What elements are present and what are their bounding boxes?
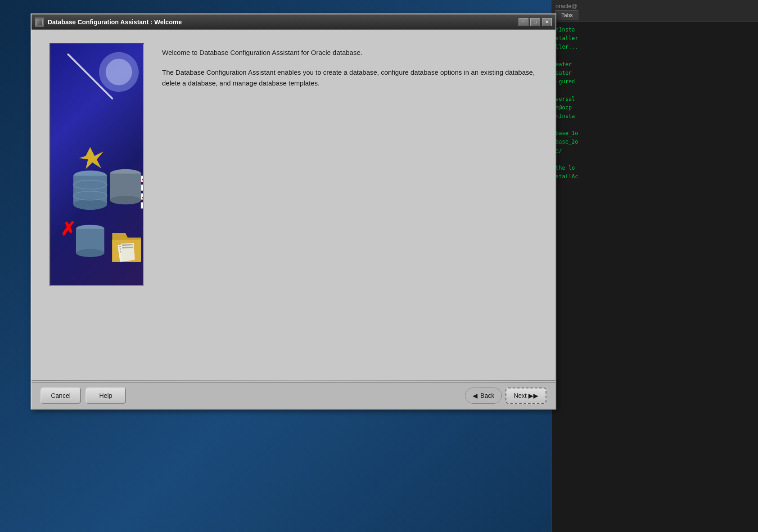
terminal-line-4	[555, 52, 754, 60]
terminal-line-5: eater	[555, 60, 754, 69]
welcome-text-secondary: The Database Configuration Assistant ena…	[162, 67, 537, 89]
left-buttons: Cancel Help	[41, 388, 126, 404]
svg-point-11	[110, 196, 141, 205]
svg-rect-17	[141, 202, 143, 208]
illustration-svg: ✓ ✓ ✗	[50, 44, 143, 285]
terminal-line-11: nInsta	[555, 112, 754, 121]
dialog-window: Database Configuration Assistant : Welco…	[31, 14, 556, 410]
svg-point-2	[106, 59, 132, 86]
svg-text:✓: ✓	[141, 176, 143, 182]
illustration-panel: ✓ ✓ ✗	[50, 43, 144, 286]
terminal-line-2: staller	[555, 34, 754, 43]
app-icon	[35, 18, 44, 27]
terminal-line-1: nInsta	[555, 26, 754, 34]
terminal-line-15: e/	[555, 147, 754, 155]
terminal-line-7: .gured	[555, 77, 754, 86]
help-button[interactable]: Help	[86, 388, 126, 404]
button-bar: Cancel Help ◀ Back Next ▶▶	[32, 382, 555, 409]
terminal-title: oracle@	[555, 2, 754, 10]
svg-point-21	[76, 249, 104, 257]
terminal-tab[interactable]: Tabs	[555, 10, 578, 20]
dialog-content: ✓ ✓ ✗	[32, 30, 555, 382]
back-arrow-icon: ◀	[473, 392, 478, 399]
next-button[interactable]: Next ▶▶	[505, 388, 546, 404]
back-label: Back	[480, 392, 494, 399]
terminal-line-10: e@ocp	[555, 104, 754, 112]
cancel-button[interactable]: Cancel	[41, 388, 81, 404]
window-title: Database Configuration Assistant : Welco…	[48, 18, 182, 26]
svg-marker-3	[79, 147, 104, 169]
right-buttons: ◀ Back Next ▶▶	[465, 388, 546, 404]
title-bar-controls: − □ ✕	[519, 18, 552, 26]
welcome-text-primary: Welcome to Database Configuration Assist…	[162, 48, 537, 58]
terminal-tab-bar: oracle@ Tabs	[552, 0, 758, 22]
terminal-panel: oracle@ Tabs nInsta staller ller... eate…	[551, 0, 758, 532]
terminal-line-8	[555, 86, 754, 95]
next-arrow-icon: ▶▶	[528, 392, 538, 399]
minimize-button[interactable]: −	[519, 18, 528, 26]
app-icon-inner	[36, 19, 43, 25]
svg-rect-14	[141, 185, 143, 191]
title-bar-left: Database Configuration Assistant : Welco…	[35, 18, 182, 27]
svg-text:✗: ✗	[60, 219, 76, 239]
terminal-content: nInsta staller ller... eater eater .gure…	[552, 22, 758, 185]
separator	[32, 380, 555, 381]
desktop: oracle@ Tabs nInsta staller ller... eate…	[0, 0, 758, 532]
terminal-line-12	[555, 121, 754, 129]
svg-point-6	[73, 199, 107, 210]
close-button[interactable]: ✕	[542, 18, 552, 26]
terminal-line-13: base_1o	[555, 129, 754, 138]
terminal-line-14: base_2o	[555, 138, 754, 146]
title-bar: Database Configuration Assistant : Welco…	[32, 14, 555, 30]
terminal-line-17: the lo	[555, 164, 754, 172]
svg-text:✓: ✓	[141, 194, 143, 200]
terminal-line-9: versal	[555, 95, 754, 104]
terminal-line-3: ller...	[555, 43, 754, 51]
terminal-line-6: eater	[555, 69, 754, 77]
terminal-line-16	[555, 155, 754, 164]
text-content: Welcome to Database Configuration Assist…	[162, 43, 537, 368]
next-label: Next	[514, 392, 527, 399]
maximize-button[interactable]: □	[530, 18, 540, 26]
terminal-line-18: stallAc	[555, 172, 754, 181]
back-button[interactable]: ◀ Back	[465, 388, 502, 404]
